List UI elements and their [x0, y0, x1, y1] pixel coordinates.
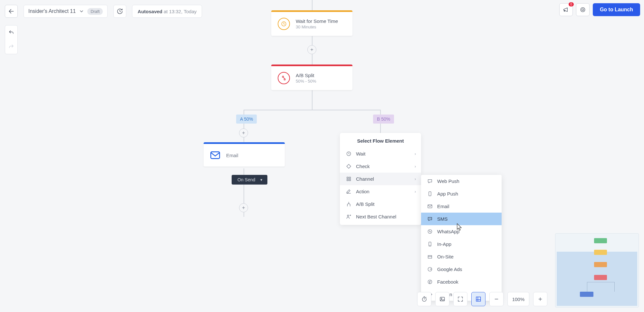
submenu-item-onsite[interactable]: On-Site — [421, 250, 502, 263]
chevron-down-icon — [80, 9, 83, 13]
megaphone-icon — [563, 6, 569, 13]
menu-label: Next Best Channel — [356, 214, 396, 219]
menu-item-check[interactable]: Check › — [340, 160, 421, 173]
add-node-button[interactable]: + — [239, 203, 248, 212]
email-node[interactable]: Email — [204, 142, 285, 166]
submenu-item-whatsapp[interactable]: WhatsApp — [421, 225, 502, 238]
menu-label: Action — [356, 189, 370, 194]
menu-item-action[interactable]: Action › — [340, 185, 421, 198]
submenu-label: Google Ads — [437, 267, 462, 272]
svg-point-0 — [581, 7, 585, 12]
svg-point-12 — [428, 280, 432, 284]
menu-label: A/B Split — [356, 201, 375, 207]
target-icon — [580, 6, 586, 13]
chevron-down-icon: ▼ — [260, 178, 263, 182]
expand-icon — [457, 296, 464, 302]
svg-point-1 — [582, 9, 584, 11]
plus-icon — [538, 297, 543, 302]
menu-item-channel[interactable]: Channel › — [340, 173, 421, 185]
submenu-item-email[interactable]: Email — [421, 200, 502, 213]
panel-title: Select Flow Element — [340, 133, 421, 147]
submenu-item-googleads[interactable]: Google Ads — [421, 263, 502, 276]
chevron-right-icon: › — [415, 177, 416, 181]
connector — [244, 110, 380, 110]
back-button[interactable] — [5, 5, 18, 18]
autosave-status: Autosaved at 13:32, Today — [132, 5, 202, 18]
screenshot-button[interactable] — [435, 292, 449, 306]
minimap-node — [594, 250, 607, 255]
submenu-item-sms[interactable]: SMS — [421, 213, 502, 225]
redo-icon — [8, 44, 14, 50]
zoom-out-button[interactable] — [489, 292, 504, 306]
mail-icon — [427, 204, 433, 209]
split-icon — [278, 72, 290, 84]
flow-element-panel: Select Flow Element Wait › Check › Chann… — [340, 133, 421, 225]
minimap-toggle-button[interactable] — [471, 292, 485, 306]
notification-button[interactable]: 0 — [559, 3, 573, 16]
add-node-button[interactable]: + — [307, 45, 316, 54]
minus-icon — [494, 297, 499, 302]
zoom-in-button[interactable] — [533, 292, 547, 306]
ab-split-node[interactable]: A/B Split 50% - 50% — [271, 65, 352, 90]
menu-item-wait[interactable]: Wait › — [340, 147, 421, 160]
submenu-item-inapp[interactable]: In-App — [421, 238, 502, 250]
minimap-node — [594, 238, 607, 243]
on-send-label: On Send — [237, 177, 255, 182]
wait-subtitle: 30 Minutes — [296, 25, 338, 29]
submenu-item-webpush[interactable]: Web Push — [421, 175, 502, 187]
launch-button[interactable]: Go to Launch — [593, 3, 640, 16]
channel-submenu: Web Push App Push Email SMS WhatsApp In-… — [421, 175, 502, 301]
on-send-dropdown[interactable]: On Send ▼ — [232, 175, 267, 185]
chevron-right-icon: › — [415, 189, 416, 194]
facebook-icon — [427, 279, 433, 285]
split-subtitle: 50% - 50% — [296, 79, 316, 84]
chevron-right-icon: › — [415, 164, 416, 169]
minimap-icon — [475, 296, 482, 302]
submenu-label: Email — [437, 204, 449, 209]
history-icon — [117, 8, 123, 15]
sms-icon — [427, 216, 433, 222]
box-icon — [427, 254, 433, 259]
svg-point-15 — [441, 298, 442, 299]
wait-node[interactable]: Wait for Some Time 30 Minutes — [271, 10, 352, 36]
wait-title: Wait for Some Time — [296, 18, 338, 24]
help-button[interactable] — [576, 3, 590, 16]
submenu-item-facebook[interactable]: Facebook — [421, 276, 502, 288]
phone-icon — [427, 241, 433, 247]
submenu-label: Web Push — [437, 178, 459, 184]
chat-icon — [427, 178, 433, 184]
submenu-item-apppush[interactable]: App Push — [421, 187, 502, 200]
notification-badge: 0 — [569, 2, 574, 6]
email-title: Email — [226, 153, 238, 158]
google-icon — [427, 267, 433, 272]
svg-rect-3 — [211, 152, 219, 159]
fit-screen-button[interactable] — [453, 292, 467, 306]
add-node-button[interactable]: + — [239, 128, 248, 137]
svg-rect-10 — [428, 256, 431, 258]
arrow-left-icon — [8, 8, 14, 15]
history-button[interactable] — [113, 5, 126, 18]
menu-item-absplit[interactable]: A/B Split — [340, 198, 421, 210]
bottom-toolbar: 100% — [417, 292, 547, 306]
chevron-right-icon: › — [415, 152, 416, 156]
branch-a-label: A 50% — [236, 115, 257, 124]
diamond-icon — [346, 164, 351, 169]
project-title-box[interactable]: Insider's Architect 11 Draft — [24, 5, 108, 18]
menu-label: Channel — [356, 176, 374, 182]
menu-item-nbc[interactable]: Next Best Channel — [340, 210, 421, 223]
undo-button[interactable] — [5, 25, 17, 40]
header-right: 0 Go to Launch — [559, 3, 640, 16]
minimap[interactable] — [555, 233, 639, 307]
split-icon — [346, 201, 351, 207]
clock-icon — [278, 18, 290, 30]
redo-button[interactable] — [5, 40, 17, 54]
menu-label: Wait — [356, 151, 365, 156]
svg-rect-16 — [476, 297, 480, 301]
whatsapp-icon — [427, 229, 433, 234]
svg-point-5 — [347, 215, 349, 216]
stats-timer-button[interactable] — [417, 292, 431, 306]
submenu-label: WhatsApp — [437, 229, 459, 234]
clock-icon — [346, 151, 351, 156]
image-icon — [439, 296, 446, 302]
split-title: A/B Split — [296, 73, 316, 78]
